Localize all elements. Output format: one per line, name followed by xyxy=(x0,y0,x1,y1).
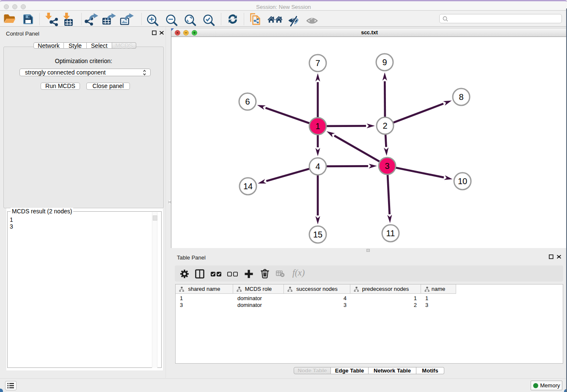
svg-text:8: 8 xyxy=(459,92,463,102)
svg-text:14: 14 xyxy=(243,182,253,191)
svg-text:11: 11 xyxy=(386,229,395,238)
svg-text:7: 7 xyxy=(315,58,320,68)
svg-text:9: 9 xyxy=(382,58,387,67)
svg-text:15: 15 xyxy=(313,230,322,239)
svg-text:3: 3 xyxy=(385,161,389,171)
svg-text:6: 6 xyxy=(245,97,250,106)
svg-text:4: 4 xyxy=(315,162,320,171)
svg-text:1: 1 xyxy=(315,121,320,131)
svg-text:2: 2 xyxy=(383,121,387,130)
svg-text:10: 10 xyxy=(458,177,467,186)
